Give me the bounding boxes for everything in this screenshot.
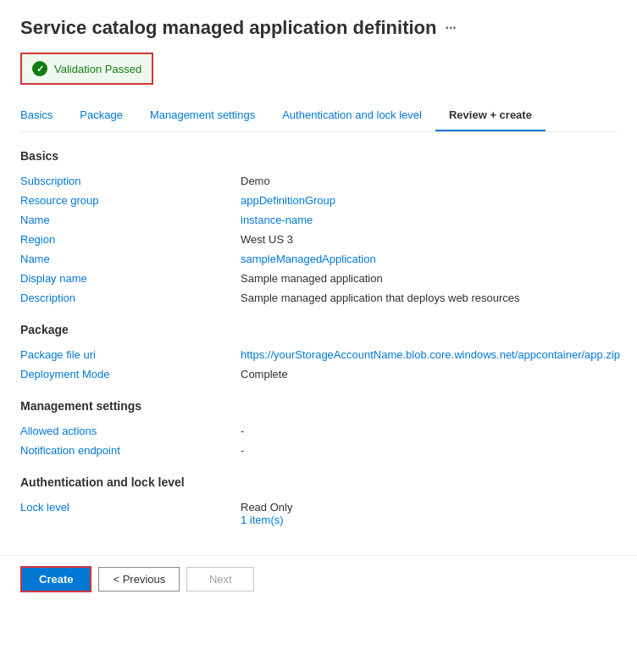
field-label-name-app: Name [20, 253, 241, 265]
field-name-app: Name sampleManagedApplication [20, 249, 617, 269]
field-value-notification-endpoint: - [241, 444, 244, 457]
field-deployment-mode: Deployment Mode Complete [20, 364, 617, 384]
field-label-deployment-mode: Deployment Mode [20, 368, 241, 380]
field-value-display-name: Sample managed application [241, 272, 383, 285]
field-value-subscription: Demo [241, 175, 270, 187]
tab-basics[interactable]: Basics [20, 100, 66, 131]
field-label-description: Description [20, 292, 241, 304]
tab-review-create[interactable]: Review + create [435, 100, 546, 131]
field-region: Region West US 3 [20, 230, 617, 249]
field-value-deployment-mode: Complete [241, 368, 288, 380]
field-description: Description Sample managed application t… [20, 288, 617, 308]
section-auth-title: Authentication and lock level [20, 475, 617, 489]
validation-banner: Validation Passed [20, 53, 153, 85]
field-value-description: Sample managed application that deploys … [241, 292, 520, 304]
field-notification-endpoint: Notification endpoint - [20, 441, 617, 460]
field-label-resource-group: Resource group [20, 194, 241, 207]
page-options-icon[interactable]: ··· [445, 20, 456, 36]
field-value-region: West US 3 [241, 233, 293, 246]
field-label-region: Region [20, 233, 241, 246]
next-button[interactable]: Next [186, 567, 254, 591]
field-value-lock-level-items: 1 item(s) [241, 514, 284, 526]
field-label-subscription: Subscription [20, 175, 241, 187]
field-name-instance: Name instance-name [20, 210, 617, 230]
section-management-title: Management settings [20, 399, 617, 413]
field-package-uri: Package file uri https://yourStorageAcco… [20, 345, 617, 364]
tab-package[interactable]: Package [66, 100, 136, 131]
section-basics-title: Basics [20, 149, 617, 163]
field-allowed-actions: Allowed actions - [20, 421, 617, 441]
field-value-name-instance: instance-name [241, 214, 313, 226]
field-label-notification-endpoint: Notification endpoint [20, 444, 241, 457]
tab-management-settings[interactable]: Management settings [136, 100, 269, 131]
field-subscription: Subscription Demo [20, 171, 617, 191]
field-resource-group: Resource group appDefinitionGroup [20, 191, 617, 210]
previous-button[interactable]: < Previous [98, 567, 180, 591]
validation-text: Validation Passed [54, 63, 141, 75]
footer-bar: Create < Previous Next [0, 555, 637, 603]
field-label-allowed-actions: Allowed actions [20, 425, 241, 437]
field-value-allowed-actions: - [241, 425, 244, 437]
field-lock-level: Lock level Read Only 1 item(s) [20, 497, 617, 530]
field-value-package-uri: https://yourStorageAccountName.blob.core… [241, 348, 620, 361]
field-value-name-app: sampleManagedApplication [241, 253, 376, 265]
page-title: Service catalog managed application defi… [20, 17, 436, 39]
create-button[interactable]: Create [20, 566, 91, 592]
tab-auth-lock[interactable]: Authentication and lock level [269, 100, 435, 131]
review-content: Basics Subscription Demo Resource group … [20, 149, 617, 538]
field-value-lock-level: Read Only 1 item(s) [241, 501, 292, 526]
tab-bar: Basics Package Management settings Authe… [20, 100, 617, 132]
field-value-resource-group: appDefinitionGroup [241, 194, 335, 207]
field-display-name: Display name Sample managed application [20, 269, 617, 288]
section-package-title: Package [20, 323, 617, 336]
field-label-package-uri: Package file uri [20, 348, 241, 361]
field-label-lock-level: Lock level [20, 501, 241, 526]
field-value-lock-level-text: Read Only [241, 501, 292, 514]
field-label-display-name: Display name [20, 272, 241, 285]
field-label-name-instance: Name [20, 214, 241, 226]
validation-check-icon [32, 61, 47, 76]
